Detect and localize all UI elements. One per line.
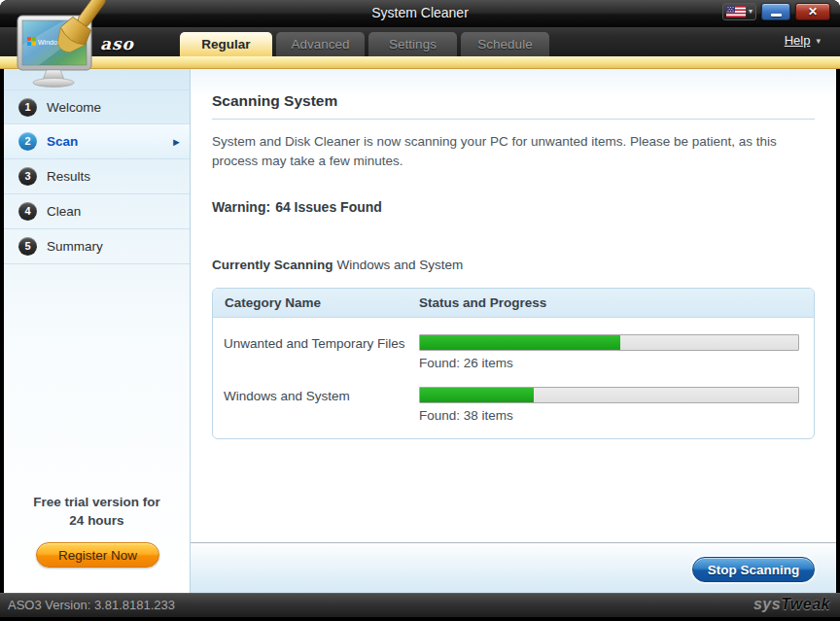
wizard-steps: 1 Welcome 2 Scan ► 3 Results 4 Clean 5 xyxy=(4,89,190,264)
step-label: Scan xyxy=(47,134,78,149)
description-text: System and Disk Cleaner is now scanning … xyxy=(212,132,807,171)
trial-line2: 24 hours xyxy=(4,511,190,530)
systweak-logo-tweak: Tweak xyxy=(781,596,830,612)
trial-notice: Free trial version for 24 hours xyxy=(4,493,190,530)
language-flag-button[interactable]: ▾ xyxy=(722,3,756,20)
help-menu[interactable]: Help ▾ xyxy=(785,33,821,48)
progress-bar-fill xyxy=(420,388,534,402)
sidebar-item-results[interactable]: 3 Results xyxy=(4,159,190,194)
close-button[interactable]: ✕ xyxy=(795,3,830,20)
column-header-status: Status and Progress xyxy=(419,295,546,310)
main-panel: Scanning System System and Disk Cleaner … xyxy=(191,69,836,593)
found-items-text: Found: 26 items xyxy=(419,356,799,370)
progress-bar xyxy=(419,387,799,403)
help-label: Help xyxy=(785,33,811,48)
heading-divider xyxy=(212,119,815,120)
tab-advanced[interactable]: Advanced xyxy=(276,32,365,56)
step-label: Summary xyxy=(47,239,103,254)
step-number-badge: 2 xyxy=(18,132,37,151)
active-step-arrow-icon: ► xyxy=(171,136,182,148)
monitor-with-brush-icon: WindowsVi xyxy=(6,2,113,99)
app-window: System Cleaner ▾ ✕ xyxy=(0,0,840,621)
version-text: ASO3 Version: 3.81.8181.233 xyxy=(8,598,175,612)
step-number-badge: 4 xyxy=(18,202,37,221)
scan-progress-table: Category Name Status and Progress Unwant… xyxy=(212,288,815,439)
table-header: Category Name Status and Progress xyxy=(213,289,814,318)
category-name: Unwanted and Temporary Files xyxy=(213,334,419,370)
stop-scanning-button[interactable]: Stop Scanning xyxy=(692,557,815,582)
flag-dropdown-caret-icon: ▾ xyxy=(749,8,752,16)
page-title: Scanning System xyxy=(212,92,836,110)
table-row: Windows and System Found: 38 items xyxy=(213,387,814,423)
titlebar: System Cleaner ▾ ✕ xyxy=(0,0,840,27)
tab-settings[interactable]: Settings xyxy=(368,32,457,56)
sidebar-item-scan[interactable]: 2 Scan ► xyxy=(4,124,190,159)
minimize-button[interactable] xyxy=(761,3,790,20)
warning-value: 64 Issues Found xyxy=(275,199,382,215)
help-dropdown-caret-icon: ▾ xyxy=(816,36,821,46)
step-number-badge: 3 xyxy=(18,167,37,186)
category-name: Windows and System xyxy=(213,387,419,423)
us-flag-icon xyxy=(726,6,746,17)
content-area: 1 Welcome 2 Scan ► 3 Results 4 Clean 5 xyxy=(4,69,836,593)
step-label: Clean xyxy=(47,204,81,219)
gold-strip xyxy=(0,56,840,69)
step-number-badge: 1 xyxy=(18,98,37,117)
register-now-button[interactable]: Register Now xyxy=(36,542,159,568)
status-bar: ASO3 Version: 3.81.8181.233 sysTweak xyxy=(0,593,840,617)
table-row: Unwanted and Temporary Files Found: 26 i… xyxy=(213,334,814,370)
footer-bar: Stop Scanning xyxy=(191,542,836,593)
currently-scanning-value: Windows and System xyxy=(337,258,464,272)
column-header-category: Category Name xyxy=(213,295,419,310)
found-items-text: Found: 38 items xyxy=(419,408,799,423)
trial-line1: Free trial version for xyxy=(4,493,190,511)
close-icon: ✕ xyxy=(808,5,818,18)
sidebar-item-summary[interactable]: 5 Summary xyxy=(4,229,190,264)
sidebar-item-clean[interactable]: 4 Clean xyxy=(4,194,190,229)
tab-regular[interactable]: Regular xyxy=(180,32,272,56)
systweak-logo-sys: sys xyxy=(753,596,781,612)
progress-bar-fill xyxy=(420,335,620,350)
step-number-badge: 5 xyxy=(18,237,37,256)
tab-schedule[interactable]: Schedule xyxy=(461,32,549,56)
currently-scanning-label: Currently Scanning xyxy=(212,258,333,272)
warning-line: Warning:64 Issues Found xyxy=(212,199,836,215)
step-label: Welcome xyxy=(47,100,101,115)
systweak-logo: sysTweak xyxy=(753,596,830,613)
minimize-icon xyxy=(771,14,782,17)
tab-bar: aso Regular Advanced Settings Schedule H… xyxy=(0,27,840,56)
window-title: System Cleaner xyxy=(0,5,840,20)
progress-bar xyxy=(419,334,799,351)
warning-label: Warning: xyxy=(212,199,270,215)
sidebar: 1 Welcome 2 Scan ► 3 Results 4 Clean 5 xyxy=(4,69,191,593)
step-label: Results xyxy=(47,169,90,184)
currently-scanning-line: Currently ScanningWindows and System xyxy=(212,258,836,272)
